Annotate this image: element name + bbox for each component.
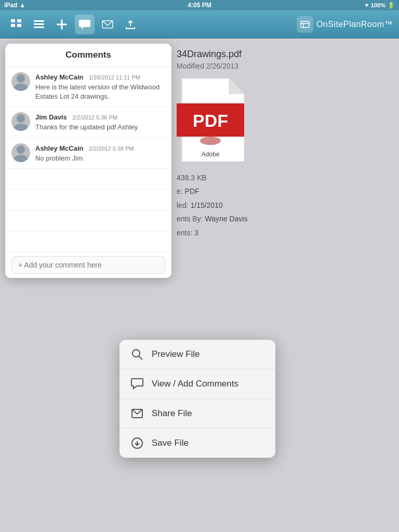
comments-panel: Comments Ashley McCain 1/26/2012 11:11 P…: [5, 44, 171, 278]
empty-row: [5, 169, 171, 190]
save-file-icon: [130, 436, 144, 450]
avatar: [11, 72, 30, 91]
svg-point-20: [17, 114, 25, 123]
comment-text: Here is the latest version of the Wildwo…: [35, 83, 165, 101]
comment-button[interactable]: [75, 15, 95, 34]
toolbar: OnSitePlanRoom™: [0, 10, 399, 38]
file-uploaded-row: led: 1/15/2010: [177, 200, 389, 211]
logo-icon: [297, 16, 313, 33]
svg-rect-8: [57, 23, 67, 25]
preview-file-menu-item[interactable]: Preview File: [119, 340, 275, 369]
svg-text:Adobe: Adobe: [202, 151, 220, 158]
comments-header: Comments: [5, 44, 171, 67]
bluetooth-icon: ✦: [364, 2, 369, 9]
empty-row: [5, 210, 171, 231]
wifi-icon: ▲: [19, 2, 25, 9]
svg-rect-0: [11, 19, 15, 22]
status-right: ✦ 100% 🔋: [364, 2, 395, 9]
comment-item: Jim Davis 2/2/2012 5:36 PM Thanks for th…: [5, 107, 171, 138]
logo-text: OnSitePlanRoom™: [316, 20, 393, 29]
save-file-label: Save File: [152, 438, 189, 448]
svg-point-16: [200, 137, 221, 145]
export-button[interactable]: [121, 15, 140, 34]
view-add-comments-menu-item[interactable]: View / Add Comments: [119, 369, 275, 399]
comment-author-line: Ashley McCain 2/2/2012 5:38 PM: [35, 143, 165, 153]
logo: OnSitePlanRoom™: [297, 16, 393, 33]
svg-text:PDF: PDF: [193, 111, 228, 130]
mail-button[interactable]: [98, 15, 117, 34]
comment-author: Jim Davis: [35, 113, 67, 121]
file-size-row: 438.3 KB: [177, 172, 389, 183]
file-type-row: e: PDF: [177, 185, 389, 197]
comment-menu-icon: [130, 377, 144, 391]
comment-text: No problem Jim.: [35, 154, 165, 163]
file-uploadedby-row: ents By: Wayne Davis: [177, 213, 389, 224]
svg-point-23: [14, 155, 28, 162]
search-icon: [130, 347, 144, 362]
comment-input-row: [5, 252, 171, 278]
empty-row: [5, 231, 171, 252]
svg-point-21: [14, 124, 28, 131]
comment-date: 1/26/2012 11:11 PM: [89, 74, 140, 81]
comment-text: Thanks for the updated pdf Ashley: [35, 123, 165, 132]
svg-point-24: [132, 350, 140, 357]
comment-author-line: Ashley McCain 1/26/2012 11:11 PM: [35, 72, 165, 82]
share-file-icon: [130, 406, 144, 421]
svg-rect-5: [34, 23, 44, 25]
comment-author-line: Jim Davis 2/2/2012 5:36 PM: [35, 112, 165, 122]
svg-point-18: [17, 74, 25, 83]
svg-rect-6: [34, 26, 44, 28]
svg-rect-11: [301, 21, 309, 28]
status-time: 4:05 PM: [188, 2, 211, 9]
list-view-button[interactable]: [29, 15, 49, 34]
svg-point-22: [17, 145, 25, 154]
avatar: [11, 112, 30, 131]
svg-point-19: [14, 84, 28, 91]
context-menu: Preview File View / Add Comments Share F…: [119, 340, 275, 458]
carrier-label: iPad: [4, 2, 17, 9]
file-icon-container: PDF Adobe: [177, 78, 389, 164]
add-button[interactable]: [52, 15, 72, 34]
comment-date: 2/2/2012 5:36 PM: [72, 114, 117, 121]
svg-line-25: [139, 356, 143, 360]
comment-content: Ashley McCain 1/26/2012 11:11 PM Here is…: [35, 72, 165, 101]
comment-item: Ashley McCain 2/2/2012 5:38 PM No proble…: [5, 138, 171, 169]
save-file-menu-item[interactable]: Save File: [119, 429, 275, 458]
comment-input[interactable]: [11, 256, 165, 274]
svg-rect-3: [17, 24, 21, 27]
battery-icon: 🔋: [388, 2, 395, 9]
comment-author: Ashley McCain: [35, 73, 83, 81]
avatar: [11, 143, 30, 162]
main-area: 34Drawings.pdf Modified 2/26/2013 PDF Ad…: [0, 38, 399, 532]
pdf-icon: PDF Adobe: [177, 78, 244, 162]
preview-file-label: Preview File: [152, 349, 200, 360]
comment-author: Ashley McCain: [35, 144, 83, 152]
status-bar: iPad ▲ 4:05 PM ✦ 100% 🔋: [0, 0, 399, 10]
comment-date: 2/2/2012 5:38 PM: [89, 145, 134, 152]
comment-content: Ashley McCain 2/2/2012 5:38 PM No proble…: [35, 143, 165, 163]
svg-rect-4: [34, 20, 44, 22]
grid-view-button[interactable]: [6, 15, 26, 34]
svg-rect-1: [17, 19, 21, 22]
file-title: 34Drawings.pdf: [177, 49, 389, 60]
share-file-label: Share File: [152, 408, 192, 419]
file-comments-row: ents: 3: [177, 227, 389, 238]
view-add-comments-label: View / Add Comments: [152, 379, 238, 389]
empty-row: [5, 190, 171, 210]
share-file-menu-item[interactable]: Share File: [119, 399, 275, 429]
comment-item: Ashley McCain 1/26/2012 11:11 PM Here is…: [5, 67, 171, 107]
status-left: iPad ▲: [4, 2, 25, 9]
battery-label: 100%: [371, 2, 385, 8]
svg-rect-2: [11, 24, 15, 27]
file-modified: Modified 2/26/2013: [177, 62, 389, 70]
comment-content: Jim Davis 2/2/2012 5:36 PM Thanks for th…: [35, 112, 165, 132]
